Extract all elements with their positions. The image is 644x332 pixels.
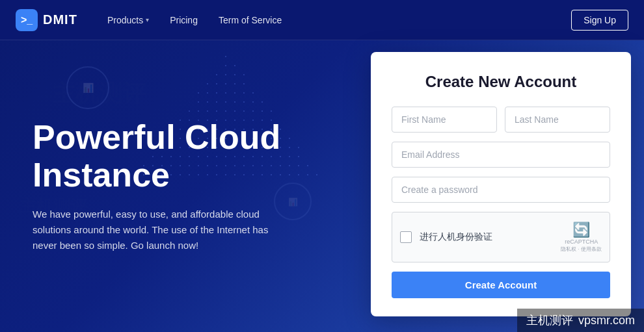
last-name-input[interactable] bbox=[505, 107, 610, 133]
bottom-watermark-bar: 主机测评 vpsmr.com bbox=[517, 309, 644, 332]
recaptcha-brand: reCAPTCHA bbox=[565, 238, 598, 246]
recaptcha-icon: 🔄 bbox=[572, 222, 590, 238]
recaptcha-checkbox[interactable] bbox=[400, 231, 412, 243]
hero-description: We have powerful, easy to use, and affor… bbox=[33, 207, 280, 253]
logo[interactable]: >_ DMIT bbox=[16, 9, 77, 31]
logo-icon: >_ bbox=[16, 9, 38, 31]
nav-pricing[interactable]: Pricing bbox=[161, 10, 207, 31]
email-group bbox=[392, 142, 610, 168]
brand-name: DMIT bbox=[43, 12, 77, 27]
password-group bbox=[392, 177, 610, 203]
watermark-chinese: 主机测评 bbox=[526, 313, 573, 328]
first-name-input[interactable] bbox=[392, 107, 497, 133]
signup-button[interactable]: Sign Up bbox=[571, 10, 628, 31]
hero-content: Powerful Cloud Instance We have powerful… bbox=[0, 40, 364, 332]
email-input[interactable] bbox=[392, 142, 610, 168]
nav-links: Products ▾ Pricing Term of Service bbox=[98, 10, 571, 31]
registration-form: Create New Account 进行人机身份验证 🔄 reCAPTCHA … bbox=[371, 52, 631, 316]
submit-button[interactable]: Create Account bbox=[392, 272, 610, 298]
nav-tos[interactable]: Term of Service bbox=[209, 10, 291, 31]
recaptcha-label: 进行人机身份验证 bbox=[420, 231, 556, 243]
chevron-down-icon: ▾ bbox=[146, 16, 149, 23]
recaptcha-logo: 🔄 reCAPTCHA 隐私权 · 使用条款 bbox=[561, 222, 602, 253]
nav-products[interactable]: Products ▾ bbox=[98, 10, 158, 31]
hero-title: Powerful Cloud Instance bbox=[33, 119, 338, 193]
password-input[interactable] bbox=[392, 177, 610, 203]
watermark-domain: vpsmr.com bbox=[578, 314, 635, 327]
form-title: Create New Account bbox=[392, 73, 610, 91]
name-row bbox=[392, 107, 610, 133]
navbar: >_ DMIT Products ▾ Pricing Term of Servi… bbox=[0, 0, 644, 40]
recaptcha-widget[interactable]: 进行人机身份验证 🔄 reCAPTCHA 隐私权 · 使用条款 bbox=[392, 212, 610, 262]
recaptcha-privacy: 隐私权 · 使用条款 bbox=[561, 246, 602, 253]
